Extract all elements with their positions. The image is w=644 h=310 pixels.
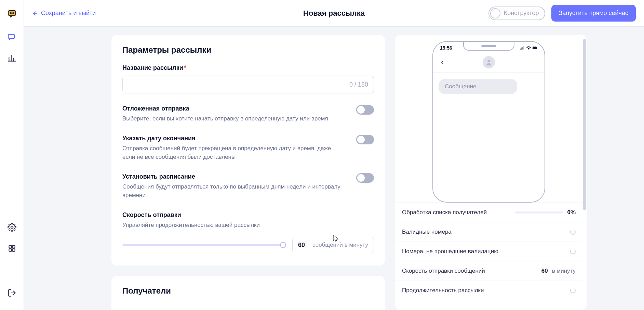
preview-message-bubble: Сообщение xyxy=(439,79,517,94)
svg-rect-10 xyxy=(537,48,537,49)
preview-scrollbar-thumb[interactable] xyxy=(583,39,586,210)
phone-clock: 15:56 xyxy=(440,45,452,51)
stat-speed-unit: в минуту xyxy=(552,268,576,274)
spinner-icon xyxy=(570,288,576,293)
spinner-icon xyxy=(570,229,576,235)
nav-logout-icon[interactable] xyxy=(5,286,19,300)
app-logo-icon xyxy=(5,6,19,21)
svg-rect-9 xyxy=(533,47,537,49)
speed-value-input[interactable]: 60 сообщений в минуту xyxy=(292,237,374,253)
slider-thumb-icon[interactable] xyxy=(280,242,286,248)
schedule-title: Установить расписание xyxy=(122,173,341,180)
svg-rect-6 xyxy=(12,245,15,248)
recipients-heading: Получатели xyxy=(122,286,374,296)
stat-duration-label: Продолжительность рассылки xyxy=(402,287,484,294)
svg-point-4 xyxy=(11,226,13,229)
name-field-label: Название рассылки* xyxy=(122,64,374,72)
constructor-toggle[interactable]: Конструктор xyxy=(488,7,545,20)
spinner-icon xyxy=(570,249,576,254)
avatar-icon xyxy=(483,56,495,68)
schedule-desc: Сообщения будут отправляться только по в… xyxy=(122,182,341,200)
svg-rect-5 xyxy=(9,245,12,248)
end-date-row: Указать дату окончания Отправка сообщени… xyxy=(122,135,374,162)
top-bar: Сохранить и выйти Новая рассылка Констру… xyxy=(24,0,644,27)
params-card: Параметры рассылки Название рассылки* 0 … xyxy=(111,35,385,266)
constructor-toggle-label: Конструктор xyxy=(504,10,539,17)
nav-settings-icon[interactable] xyxy=(5,220,19,234)
speed-row: Скорость отправки Управляйте продолжител… xyxy=(122,211,374,230)
stat-processing-row: Обработка списка получателей 0% xyxy=(395,203,582,222)
stat-invalid-label: Номера, не прошедшие валидацию xyxy=(402,248,498,255)
end-date-desc: Отправка сообщений будет прекращена в оп… xyxy=(122,144,341,162)
phone-mock: 15:56 xyxy=(432,41,545,203)
end-date-switch[interactable] xyxy=(356,135,374,144)
form-column: Параметры рассылки Название рассылки* 0 … xyxy=(111,35,385,310)
svg-point-2 xyxy=(11,13,12,14)
svg-point-1 xyxy=(10,13,11,14)
svg-point-11 xyxy=(487,60,490,62)
preview-scrollbar-track[interactable] xyxy=(583,38,586,307)
stat-speed-label: Скорость отправки сообщений xyxy=(402,268,485,274)
chat-back-icon xyxy=(439,59,445,65)
nav-analytics-icon[interactable] xyxy=(5,51,19,65)
preview-panel: 15:56 xyxy=(395,35,587,310)
phone-notch-icon xyxy=(463,42,514,51)
progress-bar xyxy=(515,211,563,214)
toggle-dot-icon xyxy=(490,8,500,18)
stat-processing-label: Обработка списка получателей xyxy=(402,209,487,216)
nav-campaigns-icon[interactable] xyxy=(5,30,19,44)
end-date-title: Указать дату окончания xyxy=(122,135,341,142)
stat-speed-val: 60 xyxy=(541,268,548,274)
arrow-left-icon xyxy=(32,10,38,16)
schedule-switch[interactable] xyxy=(356,173,374,183)
campaign-name-input[interactable]: 0 / 180 xyxy=(122,76,374,93)
stat-valid-label: Валидные номера xyxy=(402,229,452,235)
deferred-title: Отложенная отправка xyxy=(122,105,328,112)
svg-point-3 xyxy=(13,13,14,14)
name-char-counter: 0 / 180 xyxy=(349,81,368,88)
stat-invalid-row: Номера, не прошедшие валидацию xyxy=(395,242,582,261)
svg-rect-7 xyxy=(9,249,12,251)
back-link-label: Сохранить и выйти xyxy=(41,10,96,17)
page-title: Новая рассылка xyxy=(303,9,365,18)
params-heading: Параметры рассылки xyxy=(122,45,374,55)
speed-value: 60 xyxy=(298,242,305,249)
deferred-send-switch[interactable] xyxy=(356,105,374,115)
launch-now-button[interactable]: Запустить прямо сейчас xyxy=(551,5,636,22)
phone-preview-stage: 15:56 xyxy=(395,35,582,203)
stat-speed-row: Скорость отправки сообщений 60 в минуту xyxy=(395,261,582,281)
recipients-card: Получатели xyxy=(111,276,385,310)
content-area: Параметры рассылки Название рассылки* 0 … xyxy=(24,27,644,310)
deferred-desc: Выберите, если вы хотите начать отправку… xyxy=(122,114,328,123)
stat-valid-row: Валидные номера xyxy=(395,222,582,242)
deferred-send-row: Отложенная отправка Выберите, если вы хо… xyxy=(122,105,374,123)
nav-integrations-icon[interactable] xyxy=(5,242,19,255)
speed-slider-row: 60 сообщений в минуту xyxy=(122,237,374,253)
svg-rect-8 xyxy=(12,249,15,251)
schedule-row: Установить расписание Сообщения будут от… xyxy=(122,173,374,200)
speed-title: Скорость отправки xyxy=(122,211,260,219)
stat-duration-row: Продолжительность рассылки xyxy=(395,281,582,300)
speed-unit: сообщений в минуту xyxy=(312,242,368,248)
stat-processing-pct: 0% xyxy=(567,209,576,216)
speed-slider[interactable] xyxy=(122,244,283,246)
preview-stats: Обработка списка получателей 0% Валидные… xyxy=(395,203,582,300)
side-nav xyxy=(0,0,24,310)
back-save-exit-link[interactable]: Сохранить и выйти xyxy=(32,10,96,17)
speed-desc: Управляйте продолжительностью вашей расс… xyxy=(122,221,260,230)
phone-status-icons xyxy=(520,46,538,50)
